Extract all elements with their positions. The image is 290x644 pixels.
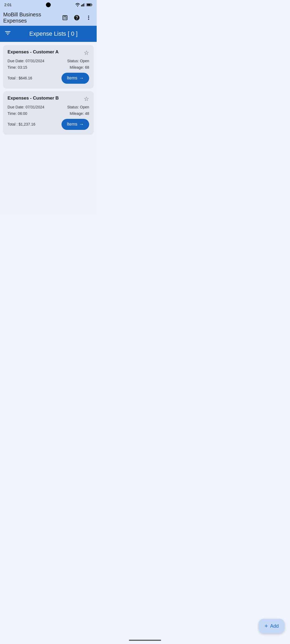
card-left-a: Due Date: 07/31/2024 Time: 03:15 [8,58,44,71]
calculator-button[interactable] [60,13,70,23]
mileage-a: Mileage: 68 [70,64,89,70]
svg-rect-3 [84,3,85,6]
status-a: Status: Open [67,58,89,64]
card-body-a: Due Date: 07/31/2024 Time: 03:15 Status:… [8,58,89,71]
status-b: Status: Open [67,104,89,110]
card-footer-b: Total : $1,237.16 Items → [8,119,89,130]
card-body-b: Due Date: 07/31/2024 Time: 06:00 Status:… [8,104,89,117]
status-icons [75,3,92,7]
total-b: Total : $1,237.16 [8,122,35,126]
star-button-a[interactable]: ☆ [84,49,89,56]
time-a: Time: 03:15 [8,64,44,70]
arrow-icon-b: → [79,122,84,127]
items-label-b: Items [67,122,77,127]
app-bar: MoBill Business Expenses [0,10,97,26]
card-title-b: Expenses - Customer B [8,96,59,101]
card-right-a: Status: Open Mileage: 68 [67,58,89,71]
status-time: 2:01 [4,3,12,7]
svg-rect-5 [92,4,92,6]
items-label-a: Items [67,76,77,80]
card-header-a: Expenses - Customer A ☆ [8,49,89,56]
content-area: Expenses - Customer A ☆ Due Date: 07/31/… [0,42,97,215]
card-header-b: Expenses - Customer B ☆ [8,96,89,103]
card-footer-a: Total : $646.16 Items → [8,73,89,84]
filter-title: Expense Lists [ 0 ] [15,30,92,37]
card-right-b: Status: Open Mileage: 48 [67,104,89,117]
mileage-b: Mileage: 48 [70,111,89,116]
due-date-b: Due Date: 07/31/2024 [8,104,44,110]
help-button[interactable] [72,13,82,23]
filter-icon[interactable] [4,30,11,38]
svg-rect-6 [87,4,91,6]
items-button-b[interactable]: Items → [61,119,89,130]
due-date-a: Due Date: 07/31/2024 [8,58,44,64]
filter-bar: Expense Lists [ 0 ] [0,26,97,42]
status-bar: 2:01 [0,0,97,10]
items-button-a[interactable]: Items → [61,73,89,84]
expense-card-a: Expenses - Customer A ☆ Due Date: 07/31/… [3,45,93,88]
svg-rect-0 [81,5,82,6]
expense-card-b: Expenses - Customer B ☆ Due Date: 07/31/… [3,91,93,134]
time-b: Time: 06:00 [8,111,44,116]
total-a: Total : $646.16 [8,76,32,80]
signal-icon [81,3,85,7]
card-title-a: Expenses - Customer A [8,49,59,55]
arrow-icon-a: → [79,75,84,81]
card-left-b: Due Date: 07/31/2024 Time: 06:00 [8,104,44,117]
battery-icon [86,3,92,7]
wifi-icon [75,3,80,7]
svg-rect-2 [83,3,84,6]
svg-rect-1 [82,4,83,6]
camera-dot [46,2,51,7]
app-title: MoBill Business Expenses [3,12,58,24]
star-button-b[interactable]: ☆ [84,96,89,103]
more-button[interactable] [84,13,93,23]
